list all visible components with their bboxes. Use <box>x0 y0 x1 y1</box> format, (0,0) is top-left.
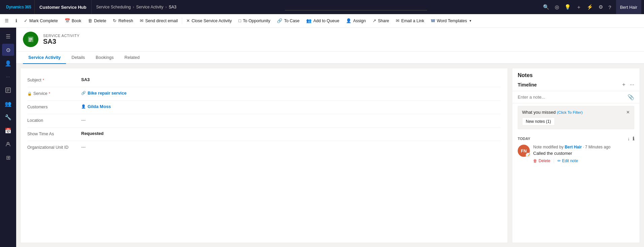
sidebar-item-more[interactable]: ··· <box>2 71 14 83</box>
opportunity-icon: □ <box>238 18 241 23</box>
tab-bookings[interactable]: Bookings <box>90 51 119 64</box>
timeline-delete-icon: 🗑 <box>533 158 537 163</box>
mark-complete-button[interactable]: ✓ Mark Complete <box>21 14 61 27</box>
tab-details[interactable]: Details <box>66 51 90 64</box>
service-label-text: Service <box>33 91 47 96</box>
email-icon: ✉ <box>140 18 143 23</box>
note-attach-icon[interactable]: 📎 <box>627 94 634 100</box>
customers-link-text[interactable]: Gilda Moss <box>88 104 111 109</box>
word-templates-button[interactable]: W Word Templates ▾ <box>427 14 474 27</box>
timeline-actions: ＋ ··· <box>621 81 634 88</box>
note-input[interactable] <box>518 95 627 100</box>
subject-label-text: Subject <box>27 78 41 82</box>
book-label: Book <box>72 19 82 23</box>
timeline-more-icon[interactable]: ··· <box>630 82 634 88</box>
search-input[interactable] <box>285 4 427 10</box>
search-icon[interactable]: 🔍 <box>543 4 549 10</box>
timeline-date-actions: ↓ ℹ <box>627 136 634 141</box>
service-required: * <box>49 92 50 96</box>
tab-service-activity[interactable]: Service Activity <box>23 51 66 64</box>
hamburger-button[interactable]: ☰ <box>1 14 12 27</box>
book-button[interactable]: 📅 Book <box>61 14 85 27</box>
delete-icon: 🗑 <box>88 18 92 23</box>
timeline-title: Timeline <box>518 82 537 87</box>
record-type: SERVICE ACTIVITY <box>43 34 79 38</box>
org-unit-value[interactable]: --- <box>81 144 501 149</box>
info-button[interactable]: ℹ <box>12 14 21 27</box>
dynamics-logo: Dynamics 365 <box>6 5 31 9</box>
sidebar-item-group[interactable] <box>2 138 14 150</box>
subject-value[interactable]: SA3 <box>81 77 501 82</box>
refresh-button[interactable]: ↻ Refresh <box>109 14 136 27</box>
timeline-add-icon[interactable]: ＋ <box>621 81 626 88</box>
close-service-label: Close Service Activity <box>192 19 232 23</box>
delete-label: Delete <box>94 19 106 23</box>
user-profile[interactable]: Bert Hair <box>616 0 641 14</box>
location-value[interactable]: --- <box>81 117 501 122</box>
timeline-edit-button[interactable]: ✏ Edit note <box>554 158 581 163</box>
timeline-delete-button[interactable]: 🗑 Delete <box>533 158 554 163</box>
settings-icon[interactable]: ⚙ <box>599 4 603 10</box>
missed-filter[interactable]: (Click To Filter) <box>557 110 582 114</box>
new-notes-badge[interactable]: New notes (1) <box>522 117 555 126</box>
breadcrumb-item-1[interactable]: Service Scheduling <box>96 5 131 9</box>
missed-close-icon[interactable]: ✕ <box>626 110 630 115</box>
word-templates-dropdown-icon: ▾ <box>470 19 471 23</box>
note-input-area: 📎 <box>512 91 640 103</box>
record-meta: SERVICE ACTIVITY SA3 <box>43 34 79 45</box>
lightbulb-icon[interactable]: 💡 <box>565 4 571 10</box>
hamburger-icon: ☰ <box>5 18 9 23</box>
add-icon[interactable]: ＋ <box>576 4 581 10</box>
org-unit-label: Organizational Unit ID <box>27 144 81 150</box>
breadcrumb-item-2[interactable]: Service Activity <box>136 5 163 9</box>
word-icon: W <box>431 18 435 23</box>
close-service-button[interactable]: ✕ Close Service Activity <box>183 14 235 27</box>
sidebar-item-person[interactable]: 👤 <box>2 57 14 69</box>
sidebar: ☰ ⊙ 👤 ··· 👥 🔧 📅 ⊞ <box>0 28 16 247</box>
share-button[interactable]: ↗ Share <box>369 14 392 27</box>
sidebar-item-people[interactable]: 👥 <box>2 98 14 110</box>
add-to-queue-button[interactable]: 👥 Add to Queue <box>303 14 343 27</box>
timeline-info-icon[interactable]: ℹ <box>633 136 634 141</box>
timeline-item-author[interactable]: Bert Hair <box>565 145 582 149</box>
mark-complete-label: Mark Complete <box>29 19 58 23</box>
refresh-icon: ↻ <box>113 18 117 23</box>
email-link-button[interactable]: ✉ Email a Link <box>392 14 427 27</box>
timeline-avatar: FN 📝 <box>518 145 530 157</box>
subject-label: Subject * <box>27 77 81 82</box>
missed-title-text: What you missed <box>522 110 556 115</box>
send-email-label: Send direct email <box>145 19 178 23</box>
service-link-text[interactable]: Bike repair service <box>88 91 127 96</box>
delete-button[interactable]: 🗑 Delete <box>85 14 109 27</box>
cmd-separator-1 <box>182 17 182 24</box>
service-value[interactable]: 🔗 Bike repair service <box>81 91 501 96</box>
to-case-button[interactable]: 🔗 To Case <box>273 14 303 27</box>
sidebar-item-calendar[interactable]: 📅 <box>2 125 14 137</box>
filter-icon[interactable]: ⚡ <box>587 4 593 10</box>
task-icon[interactable]: ◎ <box>555 4 559 10</box>
share-label: Share <box>378 19 389 23</box>
sidebar-item-apps[interactable]: ⊞ <box>2 151 14 164</box>
subject-required: * <box>43 78 44 82</box>
app-name[interactable]: Customer Service Hub <box>35 0 91 14</box>
field-subject: Subject * SA3 <box>27 74 501 87</box>
show-time-as-label: Show Time As <box>27 131 81 136</box>
assign-button[interactable]: 👤 Assign <box>343 14 369 27</box>
to-opportunity-button[interactable]: □ To Opportunity <box>235 14 273 27</box>
customers-value[interactable]: 👤 Gilda Moss <box>81 104 501 109</box>
dynamics-brand[interactable]: Dynamics 365 <box>3 0 35 14</box>
sidebar-item-tool[interactable]: 🔧 <box>2 111 14 123</box>
help-icon[interactable]: ? <box>608 4 611 10</box>
sidebar-item-report[interactable] <box>2 84 14 96</box>
service-label: 🔒 Service * <box>27 91 81 96</box>
customers-label-text: Customers <box>27 105 47 109</box>
missed-title: What you missed (Click To Filter) <box>522 110 583 115</box>
breadcrumb-current: SA3 <box>169 5 176 9</box>
sidebar-item-menu[interactable]: ☰ <box>2 30 14 42</box>
notes-panel: Notes Timeline ＋ ··· 📎 What <box>512 68 640 243</box>
timeline-sort-icon[interactable]: ↓ <box>627 136 630 141</box>
send-email-button[interactable]: ✉ Send direct email <box>136 14 181 27</box>
show-time-as-value[interactable]: Requested <box>81 131 501 136</box>
tab-related[interactable]: Related <box>119 51 145 64</box>
sidebar-item-home[interactable]: ⊙ <box>2 44 14 56</box>
